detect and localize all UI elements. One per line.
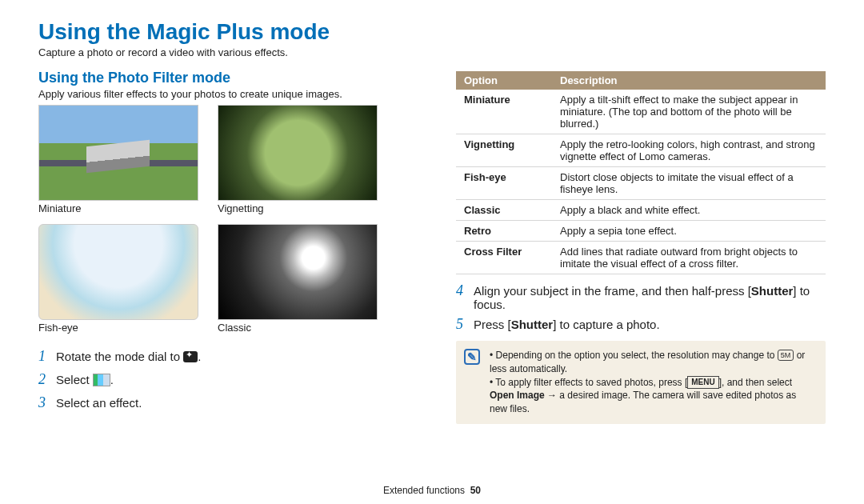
open-image-label: Open Image xyxy=(490,390,545,401)
note-icon: ✎ xyxy=(464,349,480,365)
option-name: Fish-eye xyxy=(456,167,552,200)
classic-thumbnail xyxy=(218,224,378,320)
step-text-part: Press [ xyxy=(474,318,511,331)
table-row: Fish-eye Distort close objects to imitat… xyxy=(456,167,826,200)
photo-filter-icon xyxy=(93,374,110,386)
note-bullet: Depending on the option you select, the … xyxy=(490,349,816,376)
page-title: Using the Magic Plus mode xyxy=(38,19,826,45)
page-intro: Capture a photo or record a video with v… xyxy=(38,46,826,58)
left-column: Using the Photo Filter mode Apply variou… xyxy=(38,70,424,424)
thumb-cell: Vignetting xyxy=(218,105,378,221)
option-desc: Apply the retro-looking colors, high con… xyxy=(552,134,826,167)
option-desc: Apply a sepia tone effect. xyxy=(552,221,826,242)
table-header-desc: Description xyxy=(552,71,826,90)
page-number: 50 xyxy=(470,485,481,496)
option-desc: Apply a black and white effect. xyxy=(552,200,826,221)
note-text: ], and then select xyxy=(719,377,792,388)
table-row: Classic Apply a black and white effect. xyxy=(456,200,826,221)
thumb-cell: Classic xyxy=(218,224,378,340)
step-number: 5 xyxy=(456,316,474,333)
thumbnail-label: Fish-eye xyxy=(38,322,198,334)
note-text: Depending on the option you select, the … xyxy=(496,350,778,361)
option-name: Miniature xyxy=(456,90,552,134)
shutter-label: Shutter xyxy=(751,284,794,298)
menu-icon: MENU xyxy=(687,376,718,389)
fisheye-thumbnail xyxy=(38,224,198,320)
option-name: Retro xyxy=(456,221,552,242)
list-item: 1 Rotate the mode dial to . xyxy=(38,348,424,365)
resolution-icon: 5M xyxy=(778,350,794,361)
table-row: Cross Filter Add lines that radiate outw… xyxy=(456,242,826,274)
list-item: 2 Select . xyxy=(38,371,424,388)
thumbnail-grid: Miniature Vignetting Fish-eye Classic xyxy=(38,105,424,340)
list-item: 5 Press [Shutter] to capture a photo. xyxy=(456,316,826,333)
step-text-part: Rotate the mode dial to xyxy=(56,350,183,363)
step-text: Rotate the mode dial to . xyxy=(56,350,424,363)
table-header-option: Option xyxy=(456,71,552,90)
step-text: Select . xyxy=(56,373,424,386)
option-name: Classic xyxy=(456,200,552,221)
step-text: Align your subject in the frame, and the… xyxy=(474,284,826,311)
step-text-part: . xyxy=(110,373,114,386)
footer-section: Extended functions xyxy=(383,485,465,496)
thumbnail-label: Classic xyxy=(218,322,378,334)
step-text-part: . xyxy=(198,350,201,363)
step-number: 1 xyxy=(38,348,56,365)
step-text-part: ] to capture a photo. xyxy=(553,318,659,331)
option-desc: Apply a tilt-shift effect to make the su… xyxy=(552,90,826,134)
right-step-list: 4 Align your subject in the frame, and t… xyxy=(456,282,826,333)
table-row: Miniature Apply a tilt-shift effect to m… xyxy=(456,90,826,134)
step-text: Press [Shutter] to capture a photo. xyxy=(474,318,826,331)
table-row: Retro Apply a sepia tone effect. xyxy=(456,221,826,242)
note-box: ✎ Depending on the option you select, th… xyxy=(456,341,826,424)
thumbnail-label: Vignetting xyxy=(218,202,378,214)
miniature-thumbnail xyxy=(38,105,198,201)
mode-dial-icon xyxy=(183,351,198,362)
step-number: 3 xyxy=(38,394,56,411)
page-footer: Extended functions 50 xyxy=(0,485,864,496)
option-name: Vignetting xyxy=(456,134,552,167)
step-text-part: Select xyxy=(56,373,93,386)
step-number: 2 xyxy=(38,371,56,388)
note-bullet: To apply filter effects to saved photos,… xyxy=(490,376,816,416)
thumbnail-label: Miniature xyxy=(38,202,198,214)
left-step-list: 1 Rotate the mode dial to . 2 Select . 3… xyxy=(38,348,424,411)
step-text: Select an effect. xyxy=(56,396,424,410)
option-name: Cross Filter xyxy=(456,242,552,274)
list-item: 4 Align your subject in the frame, and t… xyxy=(456,282,826,311)
option-desc: Add lines that radiate outward from brig… xyxy=(552,242,826,274)
thumb-cell: Fish-eye xyxy=(38,224,198,340)
section-title: Using the Photo Filter mode xyxy=(38,70,424,86)
options-table: Option Description Miniature Apply a til… xyxy=(456,71,826,274)
option-desc: Distort close objects to imitate the vis… xyxy=(552,167,826,200)
right-column: Option Description Miniature Apply a til… xyxy=(456,70,826,424)
list-item: 3 Select an effect. xyxy=(38,394,424,411)
section-desc: Apply various filter effects to your pho… xyxy=(38,88,424,100)
vignetting-thumbnail xyxy=(218,105,378,201)
note-text: To apply filter effects to saved photos,… xyxy=(495,377,687,388)
shutter-label: Shutter xyxy=(511,318,554,331)
step-number: 4 xyxy=(456,282,474,299)
content-columns: Using the Photo Filter mode Apply variou… xyxy=(38,70,826,424)
step-text-part: Align your subject in the frame, and the… xyxy=(474,284,751,298)
thumb-cell: Miniature xyxy=(38,105,198,221)
table-row: Vignetting Apply the retro-looking color… xyxy=(456,134,826,167)
